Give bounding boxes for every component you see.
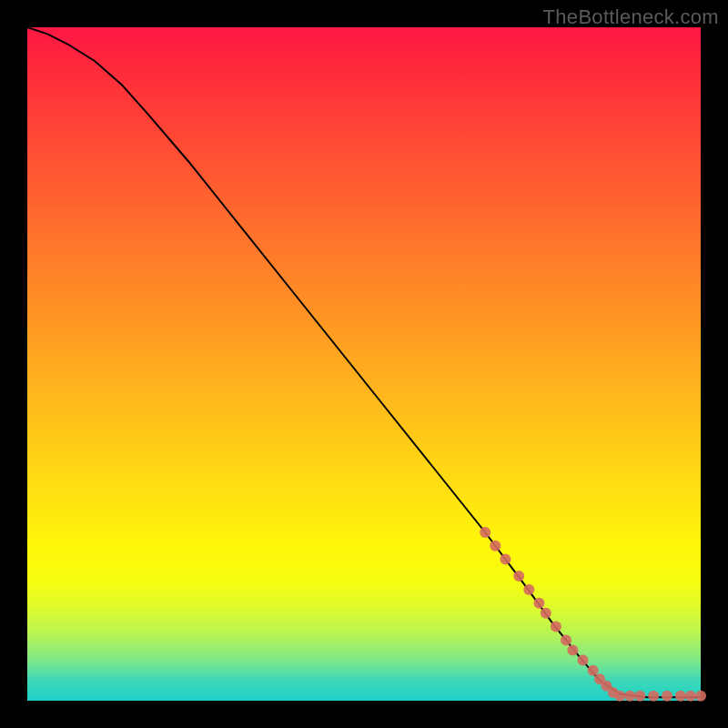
marker-dot bbox=[624, 691, 635, 702]
marker-dot bbox=[695, 691, 706, 702]
marker-dot bbox=[675, 691, 686, 702]
marker-dot bbox=[500, 554, 511, 565]
plot-area bbox=[27, 27, 701, 701]
watermark-text: TheBottleneck.com bbox=[543, 5, 719, 29]
chart-svg bbox=[27, 27, 701, 701]
marker-dot bbox=[662, 691, 672, 702]
marker-dot bbox=[648, 691, 659, 702]
chart-container: TheBottleneck.com bbox=[0, 0, 728, 728]
marker-dot bbox=[533, 598, 544, 609]
marker-dot bbox=[578, 655, 589, 666]
marker-dot bbox=[561, 634, 571, 645]
marker-dot bbox=[513, 571, 524, 581]
marker-dot bbox=[541, 608, 551, 619]
marker-dot bbox=[567, 645, 578, 656]
marker-dot bbox=[551, 622, 561, 632]
marker-dot bbox=[523, 584, 534, 595]
marker-dot bbox=[685, 691, 696, 702]
marker-dot bbox=[480, 527, 490, 538]
marker-dots bbox=[480, 527, 706, 702]
marker-dot bbox=[490, 541, 500, 551]
marker-dot bbox=[588, 665, 599, 676]
marker-dot bbox=[634, 691, 645, 702]
data-curve bbox=[27, 27, 701, 697]
marker-dot bbox=[614, 691, 625, 702]
